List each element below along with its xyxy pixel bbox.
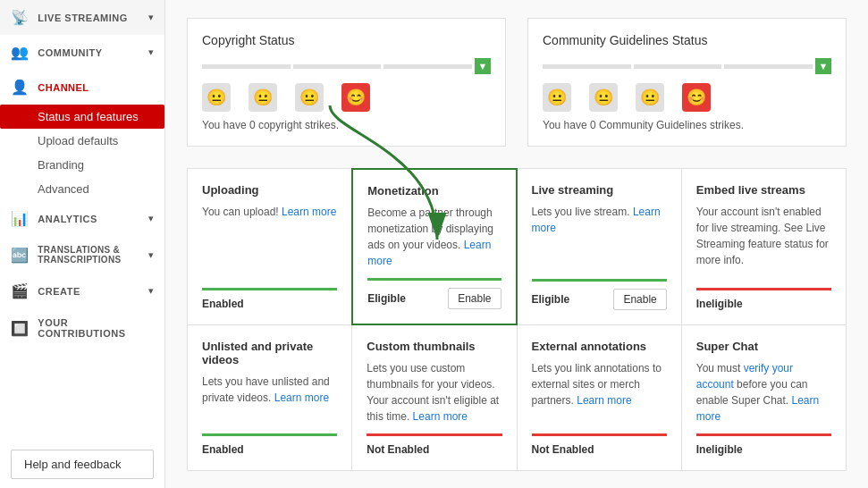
- community-status-card: Community Guidelines Status ▼ 😐 😐 😐 😊 Yo…: [527, 18, 847, 147]
- prog-indicator: ▼: [815, 58, 831, 74]
- sidebar-item-contributions[interactable]: 🔲 YOUR CONTRIBUTIONS: [0, 308, 164, 348]
- community-strikes-text: You have 0 Community Guidelines strikes.: [543, 119, 831, 131]
- learn-more-monetization-link[interactable]: Learn more: [367, 239, 491, 267]
- feature-card-thumbnails: Custom thumbnails Lets you use custom th…: [352, 325, 516, 470]
- sidebar-item-live-streaming[interactable]: 📡 LIVE STREAMING ▾: [0, 0, 164, 35]
- contributions-icon: 🔲: [11, 320, 29, 337]
- enable-live-button[interactable]: Enable: [613, 289, 666, 310]
- feature-card-super-chat: Super Chat You must verify your account …: [682, 325, 846, 470]
- translations-icon: 🔤: [11, 247, 29, 264]
- feature-card-live-streaming: Live streaming Lets you live stream. Lea…: [518, 169, 681, 324]
- chevron-icon: ▾: [148, 46, 154, 58]
- face-3: 😐: [636, 83, 664, 112]
- help-feedback-button[interactable]: Help and feedback: [11, 450, 154, 479]
- learn-more-super-chat-link[interactable]: Learn more: [696, 394, 819, 423]
- sidebar: 📡 LIVE STREAMING ▾ 👥 COMMUNITY ▾ 👤 CHANN…: [0, 0, 165, 488]
- sidebar-item-community[interactable]: 👥 COMMUNITY ▾: [0, 35, 164, 70]
- feature-status-embed-live: Ineligible: [696, 298, 743, 310]
- learn-more-uploading-link[interactable]: Learn more: [282, 206, 336, 218]
- prog-seg-2: [634, 64, 722, 69]
- face-3: 😐: [295, 83, 324, 112]
- face-2: 😐: [249, 83, 277, 112]
- chevron-icon: ▾: [148, 12, 154, 23]
- prog-seg-1: [543, 64, 631, 69]
- face-2: 😐: [589, 83, 618, 112]
- sidebar-label-analytics: ANALYTICS: [38, 214, 97, 224]
- features-section: Uploading You can upload! Learn more Ena…: [187, 168, 847, 471]
- sidebar-bottom: Help and feedback: [0, 441, 164, 488]
- feature-status-live-streaming: Eligible: [532, 293, 570, 306]
- feature-status-monetization: Eligible: [367, 292, 406, 305]
- sidebar-label-community: COMMUNITY: [38, 47, 102, 58]
- sidebar-label-translations: TRANSLATIONS &TRANSCRIPTIONS: [38, 245, 121, 265]
- sidebar-sub-status-features[interactable]: Status and features: [0, 105, 164, 129]
- community-progress-bar: ▼: [543, 58, 831, 74]
- feature-card-embed-live: Embed live streams Your account isn't en…: [682, 169, 846, 324]
- feature-footer-monetization: Eligible Enable: [367, 278, 501, 309]
- feature-status-super-chat: Ineligible: [696, 443, 743, 456]
- feature-title-live-streaming: Live streaming: [532, 183, 667, 197]
- face-4: 😊: [341, 83, 370, 112]
- face-1: 😐: [202, 83, 231, 112]
- feature-title-super-chat: Super Chat: [696, 340, 831, 353]
- sidebar-item-create[interactable]: 🎬 CREATE ▾: [0, 273, 164, 308]
- sidebar-label-live-streaming: LIVE STREAMING: [38, 13, 128, 23]
- chevron-icon: ▾: [148, 213, 154, 224]
- feature-desc-monetization: Become a partner through monetization by…: [367, 205, 501, 269]
- sidebar-sub-branding[interactable]: Branding: [0, 153, 164, 177]
- feature-title-unlisted: Unlisted and private videos: [202, 340, 337, 366]
- sidebar-sub-advanced[interactable]: Advanced: [0, 177, 164, 201]
- prog-seg-2: [293, 64, 382, 69]
- feature-card-unlisted: Unlisted and private videos Lets you hav…: [188, 325, 351, 470]
- copyright-face-row: 😐 😐 😐 😊: [202, 83, 491, 112]
- face-4: 😊: [682, 83, 711, 112]
- sidebar-label-create: CREATE: [38, 286, 80, 297]
- live-streaming-icon: 📡: [11, 9, 29, 26]
- feature-card-monetization: Monetization Become a partner through mo…: [351, 168, 517, 325]
- feature-desc-super-chat: You must verify your account before you …: [696, 360, 831, 425]
- prog-indicator: ▼: [475, 58, 491, 74]
- feature-title-thumbnails: Custom thumbnails: [367, 340, 501, 353]
- sidebar-item-translations[interactable]: 🔤 TRANSLATIONS &TRANSCRIPTIONS ▾: [0, 236, 164, 273]
- feature-footer-unlisted: Enabled: [202, 433, 337, 456]
- learn-more-live-link[interactable]: Learn more: [532, 206, 661, 234]
- feature-status-uploading: Enabled: [202, 298, 244, 310]
- feature-desc-unlisted: Lets you have unlisted and private video…: [202, 374, 337, 425]
- chevron-icon: ▾: [148, 249, 154, 261]
- feature-status-unlisted: Enabled: [202, 443, 244, 456]
- sidebar-label-contributions: YOUR CONTRIBUTIONS: [38, 317, 154, 339]
- community-icon: 👥: [11, 44, 29, 61]
- copyright-status-title: Copyright Status: [202, 33, 491, 47]
- chevron-icon: ▾: [148, 285, 154, 297]
- feature-desc-uploading: You can upload! Learn more: [202, 204, 337, 279]
- feature-footer-live-streaming: Eligible Enable: [532, 279, 667, 310]
- feature-desc-live-streaming: Lets you live stream. Learn more: [532, 204, 667, 270]
- learn-more-unlisted-link[interactable]: Learn more: [274, 391, 329, 404]
- feature-footer-super-chat: Ineligible: [696, 433, 831, 456]
- feature-footer-thumbnails: Not Enabled: [367, 433, 501, 456]
- analytics-icon: 📊: [11, 210, 29, 227]
- enable-monetization-button[interactable]: Enable: [448, 288, 501, 309]
- feature-title-annotations: External annotations: [532, 340, 667, 353]
- status-section: Copyright Status ▼ 😐 😐 😐 😊 You have 0 co…: [187, 18, 847, 147]
- sidebar-item-analytics[interactable]: 📊 ANALYTICS ▾: [0, 201, 164, 236]
- sidebar-sub-upload-defaults[interactable]: Upload defaults: [0, 129, 164, 153]
- face-1: 😐: [543, 83, 571, 112]
- feature-desc-annotations: Lets you link annotations to external si…: [532, 360, 667, 425]
- copyright-status-card: Copyright Status ▼ 😐 😐 😐 😊 You have 0 co…: [187, 18, 506, 147]
- feature-card-uploading: Uploading You can upload! Learn more Ena…: [188, 169, 351, 324]
- sidebar-label-channel: CHANNEL: [38, 82, 88, 93]
- feature-card-annotations: External annotations Lets you link annot…: [518, 325, 681, 470]
- feature-footer-embed-live: Ineligible: [696, 288, 831, 310]
- prog-seg-1: [202, 64, 291, 69]
- learn-more-annotations-link[interactable]: Learn more: [577, 394, 631, 407]
- prog-seg-3: [383, 64, 472, 69]
- prog-seg-3: [724, 64, 813, 69]
- verify-account-link[interactable]: verify your account: [696, 362, 793, 391]
- learn-more-thumbnails-link[interactable]: Learn more: [413, 410, 468, 423]
- feature-status-thumbnails: Not Enabled: [367, 443, 429, 456]
- feature-title-uploading: Uploading: [202, 183, 337, 197]
- copyright-progress-bar: ▼: [202, 58, 491, 74]
- feature-desc-embed-live: Your account isn't enabled for live stre…: [696, 204, 831, 279]
- sidebar-item-channel[interactable]: 👤 CHANNEL: [0, 70, 164, 105]
